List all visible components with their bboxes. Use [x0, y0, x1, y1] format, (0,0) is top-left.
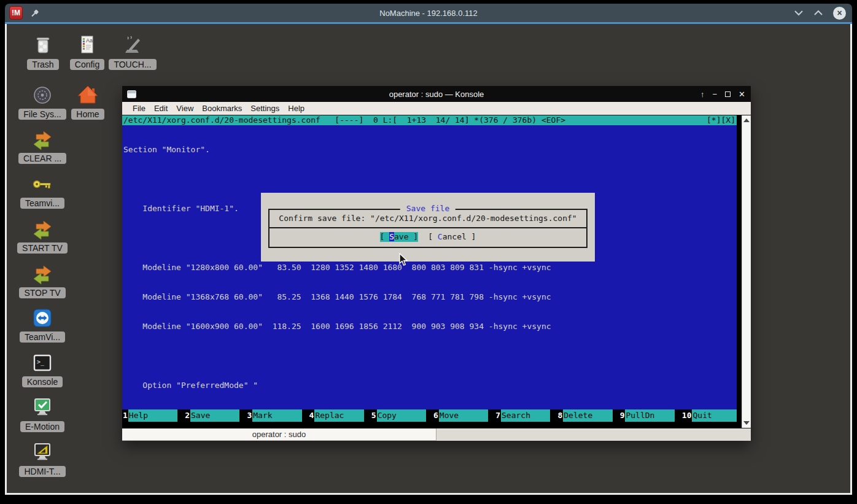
desktop-icon-stop-tv[interactable]: STOP TV: [17, 262, 68, 298]
menu-bookmarks[interactable]: Bookmarks: [198, 103, 246, 114]
terminal-scrollbar[interactable]: [742, 115, 751, 428]
menu-settings[interactable]: Settings: [246, 103, 284, 114]
svg-text:>_: >_: [37, 359, 45, 366]
editor-line: [123, 174, 737, 184]
home-icon: [76, 83, 99, 107]
desktop-icon-label: STOP TV: [19, 287, 65, 298]
tab-operator-sudo[interactable]: operator : sudo: [122, 428, 436, 441]
desktop-icon-label: HDMI-T...: [19, 466, 65, 477]
desktop-icon-home[interactable]: Home: [62, 83, 114, 120]
minimize-icon[interactable]: −: [713, 90, 718, 99]
fkey-search[interactable]: 7Search: [495, 409, 550, 422]
desktop-icon-label: Teamvi...: [20, 198, 64, 209]
konsole-titlebar[interactable]: operator : sudo — Konsole ↑ − ✕: [122, 86, 751, 102]
desktop-icon-label: Home: [71, 109, 104, 120]
desktop-icon-label: TOUCH...: [109, 59, 156, 70]
nomachine-title: NoMachine - 192.168.0.112: [5, 9, 852, 18]
save-file-dialog: Save file Confirm save file: "/etc/X11/x…: [261, 193, 595, 262]
desktop-icon-start-tv[interactable]: START TV: [17, 217, 68, 254]
konsole-tabbar: operator : sudo: [122, 428, 751, 441]
editor-text[interactable]: Section "Monitor". Identifier "HDMI-1". …: [122, 125, 737, 409]
editor-file-status: /etc/X11/xorg.conf.d/20-modesettings.con…: [123, 115, 565, 125]
desktop-icon-filesystem[interactable]: File Sys...: [17, 83, 68, 120]
editor-line: Modeline "1600x900 60.00" 118.25 1600 16…: [123, 322, 737, 331]
desktop-icon-touch[interactable]: TOUCH...: [107, 34, 158, 70]
scroll-down-icon[interactable]: [743, 421, 750, 425]
monitor-triangle-icon: [31, 441, 54, 464]
nomachine-titlebar[interactable]: !M NoMachine - 192.168.0.112 ×: [5, 4, 852, 22]
editor-status-bar: /etc/X11/xorg.conf.d/20-modesettings.con…: [122, 115, 737, 125]
teamviewer-icon: [31, 306, 54, 330]
editor-line: [123, 351, 737, 361]
key-icon: [31, 173, 54, 196]
nomachine-logo-icon[interactable]: !M: [9, 6, 23, 20]
fkey-quit[interactable]: 10Quit: [681, 409, 737, 422]
script-arrows-icon: [31, 262, 54, 285]
desktop-icon-hdmi-touch[interactable]: HDMI-T...: [17, 441, 68, 477]
close-icon[interactable]: ✕: [739, 90, 745, 99]
konsole-icon: >_: [31, 351, 54, 374]
dialog-title: Save file: [400, 204, 456, 214]
pin-icon[interactable]: [30, 9, 39, 18]
fkey-mark[interactable]: 3Mark: [246, 409, 301, 422]
monitor-check-icon: [31, 396, 54, 419]
menu-edit[interactable]: Edit: [150, 103, 172, 114]
editor-window-buttons[interactable]: [*][X]: [707, 115, 735, 125]
editor-line: Section "Monitor".: [123, 145, 737, 155]
konsole-menubar: File Edit View Bookmarks Settings Help: [122, 102, 751, 115]
desktop-icon-config[interactable]: Aa Config: [61, 34, 113, 70]
desktop-icon-label: Config: [70, 59, 104, 70]
fkey-help[interactable]: 1Help: [122, 409, 177, 422]
window-icon: [127, 90, 136, 98]
desktop-icon-teamviewer[interactable]: TeamVi...: [17, 306, 68, 343]
script-arrows-icon: [31, 217, 54, 241]
editor-line: Modeline "1280x800 60.00" 83.50 1280 135…: [123, 263, 737, 273]
nomachine-window: !M NoMachine - 192.168.0.112 ×: [5, 4, 852, 495]
fkey-save[interactable]: 2Save: [184, 409, 239, 422]
desktop-icon-label: File Sys...: [18, 109, 66, 120]
mcedit-editor[interactable]: /etc/X11/xorg.conf.d/20-modesettings.con…: [122, 115, 737, 428]
mouse-cursor: [398, 253, 408, 269]
fkey-delete[interactable]: 8Delete: [557, 409, 612, 422]
fkey-move[interactable]: 6Move: [433, 409, 488, 422]
maximize-icon[interactable]: [725, 91, 731, 97]
editor-line: Option "PreferredMode" ": [123, 381, 737, 390]
keep-above-icon[interactable]: ↑: [700, 90, 705, 99]
desktop-icon-label: Trash: [27, 59, 58, 70]
chevron-up-icon[interactable]: [813, 7, 823, 18]
menu-file[interactable]: File: [128, 103, 150, 114]
desktop-icon-label: Konsole: [22, 376, 63, 387]
save-hotkey: S: [389, 232, 394, 241]
trash-icon: [31, 34, 55, 57]
fkey-copy[interactable]: 5Copy: [371, 409, 426, 422]
desktop-icon-label: TeamVi...: [20, 331, 65, 343]
menu-help[interactable]: Help: [284, 103, 309, 114]
chevron-down-icon[interactable]: [794, 7, 804, 18]
cancel-button[interactable]: [ Cancel ]: [428, 232, 476, 242]
scroll-up-icon[interactable]: [743, 118, 750, 122]
konsole-window: operator : sudo — Konsole ↑ − ✕ File Edi…: [122, 86, 751, 441]
terminal-area: /etc/X11/xorg.conf.d/20-modesettings.con…: [122, 115, 751, 428]
desktop-icon-label: CLEAR ...: [18, 153, 66, 164]
desktop-icon-clear[interactable]: CLEAR ...: [17, 128, 68, 164]
config-file-icon: Aa: [76, 34, 99, 57]
cancel-hotkey: C: [438, 232, 443, 241]
file-system-icon: [31, 83, 54, 107]
desktop-icon-label: START TV: [17, 242, 68, 254]
desktop-icon-teamviewer-key[interactable]: Teamvi...: [17, 173, 68, 209]
fkey-pulldn[interactable]: 9PullDn: [619, 409, 675, 422]
touch-calibration-icon: [121, 34, 144, 57]
desktop[interactable]: Trash Aa Config: [5, 24, 852, 495]
svg-text:Aa: Aa: [86, 37, 93, 44]
konsole-title: operator : sudo — Konsole: [122, 90, 751, 99]
function-key-bar: 1Help 2Save 3Mark 4Replac 5Copy 6Move 7S…: [122, 409, 737, 422]
editor-line: Modeline "1368x768 60.00" 85.25 1368 144…: [123, 292, 737, 302]
script-arrows-icon: [31, 128, 54, 151]
nomachine-close-button[interactable]: ×: [833, 7, 846, 20]
desktop-icon-konsole[interactable]: >_ Konsole: [17, 351, 68, 387]
desktop-icon-e-motion[interactable]: E-Motion: [17, 396, 68, 432]
save-button[interactable]: [ Save ]: [380, 232, 419, 242]
menu-view[interactable]: View: [172, 103, 198, 114]
fkey-replace[interactable]: 4Replac: [309, 409, 364, 422]
tabbar-empty-area[interactable]: [436, 428, 751, 441]
